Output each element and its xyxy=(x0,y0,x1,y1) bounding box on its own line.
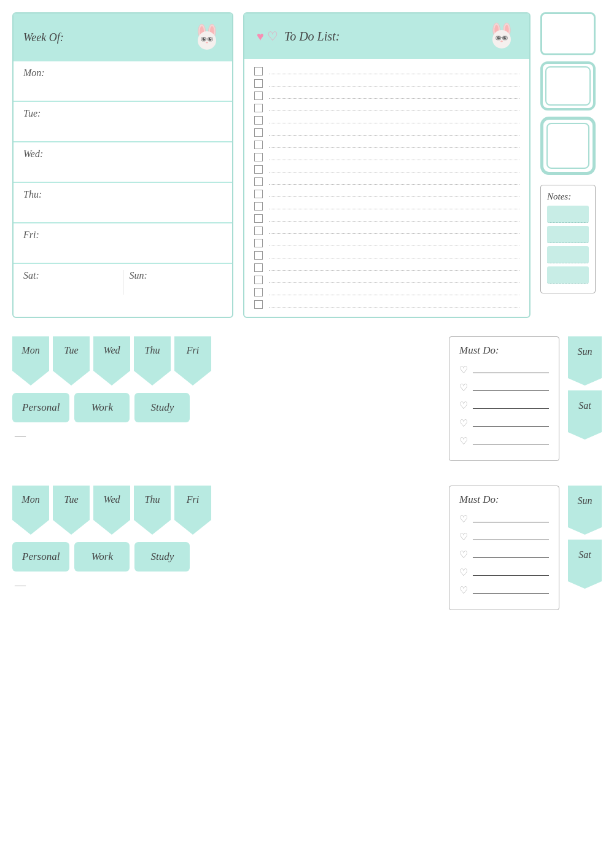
checkbox[interactable] xyxy=(254,190,263,198)
heart-icon: ♡ xyxy=(459,417,468,429)
todo-item xyxy=(254,102,519,114)
planner-sun-col: Sun: xyxy=(123,270,223,295)
todo-item xyxy=(254,200,519,212)
checkbox[interactable] xyxy=(254,300,263,309)
banner-tags-2: Mon Tue Wed Thu Fri xyxy=(12,486,440,535)
checkbox[interactable] xyxy=(254,288,263,296)
svg-point-5 xyxy=(203,37,206,41)
checkbox[interactable] xyxy=(254,251,263,260)
heart-icon: ♡ xyxy=(459,567,468,578)
heart-icon: ♡ xyxy=(459,513,468,525)
checkbox[interactable] xyxy=(254,91,263,100)
dotted-line xyxy=(269,142,519,148)
planner-day-thu: Thu: xyxy=(14,183,232,223)
checkbox[interactable] xyxy=(254,141,263,149)
bunny-icon xyxy=(192,22,222,53)
planner-day-label-fri: Fri: xyxy=(23,230,222,241)
note-line[interactable] xyxy=(547,266,589,284)
top-section: Week Of: xyxy=(12,12,602,318)
svg-point-25 xyxy=(500,41,502,42)
checkbox[interactable] xyxy=(254,227,263,235)
note-line[interactable] xyxy=(547,206,589,223)
todo-section: ♥ ♡ To Do List: xyxy=(243,12,530,318)
dotted-line xyxy=(269,179,519,185)
cat-personal-2: Personal xyxy=(12,542,69,572)
banner-fri-2: Fri xyxy=(174,486,211,535)
dotted-line xyxy=(269,289,519,295)
dotted-line xyxy=(269,252,519,258)
checkbox[interactable] xyxy=(254,104,263,112)
todo-item xyxy=(254,90,519,102)
todo-item xyxy=(254,126,519,139)
dotted-line xyxy=(269,68,519,74)
banner-wed-1: Wed xyxy=(93,336,130,386)
todo-item xyxy=(254,188,519,200)
checkbox[interactable] xyxy=(254,67,263,76)
bunny-icon-todo xyxy=(486,21,517,52)
dotted-line xyxy=(269,215,519,222)
planner-day-mon: Mon: xyxy=(14,61,232,102)
cat-study-1: Study xyxy=(134,393,190,422)
todo-header: ♥ ♡ To Do List: xyxy=(244,14,529,59)
todo-item xyxy=(254,163,519,176)
dotted-line xyxy=(269,80,519,87)
category-tabs-1: Personal Work Study xyxy=(12,393,440,422)
banner-sun-2: Sun xyxy=(568,486,602,535)
planner-day-label-sat: Sat: xyxy=(23,270,117,281)
checkbox[interactable] xyxy=(254,214,263,223)
must-do-line[interactable] xyxy=(473,570,549,576)
must-do-line[interactable] xyxy=(473,403,549,409)
must-do-item: ♡ xyxy=(459,435,549,447)
must-do-line[interactable] xyxy=(473,516,549,522)
todo-item xyxy=(254,262,519,274)
checkbox[interactable] xyxy=(254,263,263,272)
note-line[interactable] xyxy=(547,226,589,243)
checkbox[interactable] xyxy=(254,165,263,174)
planner-sat-col: Sat: xyxy=(23,270,123,295)
checkbox[interactable] xyxy=(254,202,263,211)
must-do-line[interactable] xyxy=(473,367,549,373)
checkbox[interactable] xyxy=(254,177,263,186)
must-do-item: ♡ xyxy=(459,364,549,376)
todo-title: To Do List: xyxy=(284,29,340,44)
planner-day-label-mon: Mon: xyxy=(23,68,222,79)
must-do-item: ♡ xyxy=(459,549,549,560)
planner-day-fri: Fri: xyxy=(14,223,232,264)
svg-point-12 xyxy=(206,42,208,44)
must-do-line[interactable] xyxy=(473,438,549,444)
todo-item xyxy=(254,249,519,262)
checkbox[interactable] xyxy=(254,116,263,125)
must-do-line[interactable] xyxy=(473,385,549,391)
svg-point-4 xyxy=(198,31,216,50)
dotted-line xyxy=(269,154,519,160)
banner-mon-1: Mon xyxy=(12,336,49,386)
tracker-left-1: Mon Tue Wed Thu Fri Personal Work Study … xyxy=(12,336,440,461)
planner-day-sat-sun: Sat: Sun: xyxy=(14,264,232,307)
must-do-item: ♡ xyxy=(459,382,549,393)
cat-personal-1: Personal xyxy=(12,393,69,422)
must-do-line[interactable] xyxy=(473,552,549,558)
svg-point-19 xyxy=(503,36,507,39)
dotted-line xyxy=(269,105,519,111)
note-line[interactable] xyxy=(547,246,589,263)
must-do-line[interactable] xyxy=(473,534,549,540)
checkbox[interactable] xyxy=(254,128,263,137)
banner-sat-2: Sat xyxy=(568,540,602,589)
checkbox[interactable] xyxy=(254,276,263,284)
checkbox[interactable] xyxy=(254,239,263,247)
weekly-planner: Week Of: xyxy=(12,12,233,318)
bottom-section: Mon Tue Wed Thu Fri Personal Work Study … xyxy=(12,336,602,610)
week-of-label: Week Of: xyxy=(23,31,64,44)
must-do-box-1: Must Do: ♡ ♡ ♡ ♡ ♡ xyxy=(449,336,559,461)
checkbox[interactable] xyxy=(254,79,263,88)
dotted-line xyxy=(269,228,519,234)
cat-work-1: Work xyxy=(74,393,130,422)
heart-icon: ♡ xyxy=(459,364,468,376)
must-do-line[interactable] xyxy=(473,420,549,427)
checkbox[interactable] xyxy=(254,153,263,161)
must-do-line[interactable] xyxy=(473,587,549,594)
banner-thu-1: Thu xyxy=(134,336,171,386)
sticker-large xyxy=(540,117,596,175)
dotted-line xyxy=(269,93,519,99)
dotted-line xyxy=(269,203,519,209)
